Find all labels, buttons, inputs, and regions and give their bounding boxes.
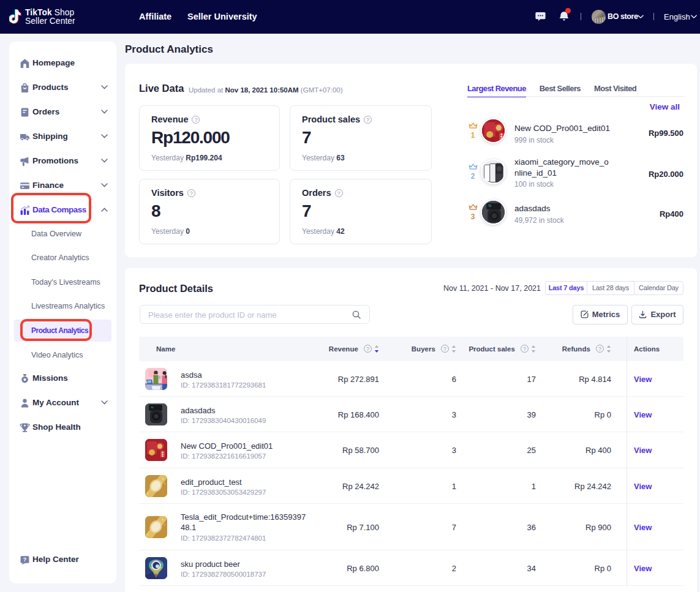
svg-text:70: 70 bbox=[151, 406, 154, 409]
svg-text:?: ? bbox=[23, 556, 27, 563]
svg-text:70: 70 bbox=[488, 204, 492, 208]
